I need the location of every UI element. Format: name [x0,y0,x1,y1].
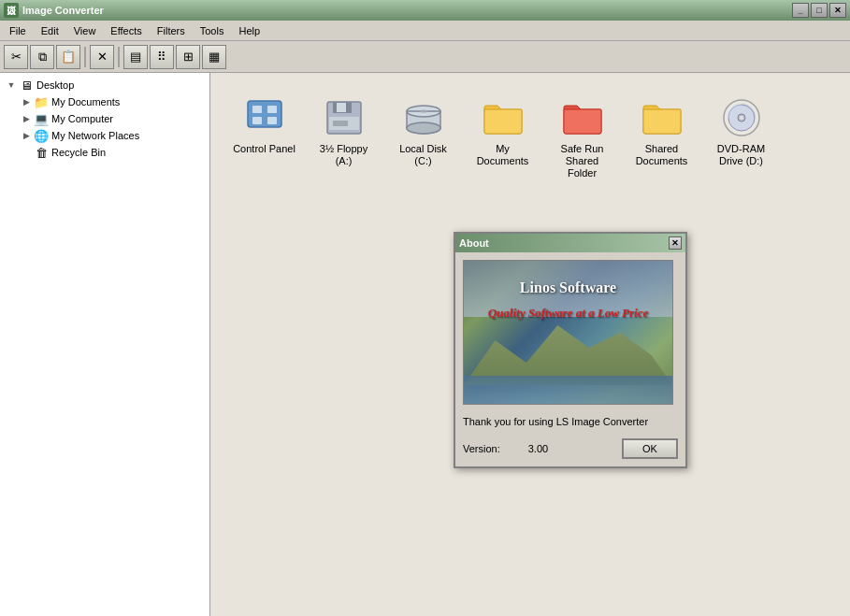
icon-shared-documents[interactable]: Shared Documents [627,92,697,184]
my-documents-icon: 📁 [34,94,49,109]
dvd-ram-icon [719,95,764,140]
toolbar-sep2 [118,47,120,67]
toolbar-delete[interactable]: ✕ [90,45,114,69]
about-image: Linos Software Quality Software at a Low… [463,260,673,405]
shared-documents-icon [640,95,684,140]
tree-desktop[interactable]: ▼ 🖥 Desktop [4,77,206,93]
main-area: ▼ 🖥 Desktop ▶ 📁 My Documents ▶ 💻 My Comp… [0,73,850,616]
dialog-close-button[interactable]: ✕ [669,236,682,250]
tree-network-label: My Network Places [51,130,139,141]
app-icon: 🖼 [4,3,19,18]
ok-button[interactable]: OK [622,438,678,459]
icon-local-disk[interactable]: Local Disk (C:) [388,92,458,184]
svg-rect-2 [267,106,277,113]
my-computer-icon: 💻 [34,111,49,126]
svg-rect-4 [267,117,277,124]
about-dialog: About ✕ Linos Software Quality Software … [454,232,687,468]
close-button[interactable]: ✕ [829,3,846,18]
icon-my-documents[interactable]: My Documents [468,92,538,184]
tree-my-documents[interactable]: ▶ 📁 My Documents [19,93,206,110]
right-panel: Control Panel 3½ Floppy (A:) [210,73,850,616]
about-software-name: Linos Software [464,279,672,296]
tree-mycomputer-label: My Computer [51,113,113,124]
tree-my-network[interactable]: ▶ 🌐 My Network Places [19,127,206,144]
dialog-title-bar: About ✕ [455,234,685,252]
tree-recycle-bin[interactable]: ▶ 🗑 Recycle Bin [19,144,206,161]
menu-view[interactable]: View [66,23,104,38]
menu-filters[interactable]: Filters [150,23,193,38]
tree-desktop-children: ▶ 📁 My Documents ▶ 💻 My Computer ▶ 🌐 My … [4,93,206,161]
toolbar-paste[interactable]: 📋 [56,45,80,69]
svg-rect-3 [252,117,262,124]
toolbar-btn5[interactable]: ▤ [123,45,148,69]
tree-expand-mydocs[interactable]: ▶ [19,94,34,109]
svg-point-14 [407,122,440,134]
menu-tools[interactable]: Tools [193,23,232,38]
icon-floppy[interactable]: 3½ Floppy (A:) [309,92,379,184]
menu-help[interactable]: Help [231,23,267,38]
window-controls: _ □ ✕ [792,3,846,18]
network-places-icon: 🌐 [34,128,49,143]
icon-dvd-ram[interactable]: DVD-RAM Drive (D:) [706,92,776,184]
toolbar-cut[interactable]: ✂ [4,45,28,69]
local-disk-icon [401,95,446,140]
safe-run-icon [560,95,605,140]
toolbar: ✂ ⧉ 📋 ✕ ▤ ⠿ ⊞ ▦ [0,41,850,73]
floppy-label: 3½ Floppy (A:) [312,143,375,167]
menu-file[interactable]: File [2,23,34,38]
mountain-decoration [464,310,672,385]
toolbar-btn8[interactable]: ▦ [202,45,226,69]
control-panel-label: Control Panel [233,143,295,155]
toolbar-copy[interactable]: ⧉ [30,45,54,69]
safe-run-label: Safe Run Shared Folder [551,143,613,180]
svg-point-15 [420,110,427,113]
tree-expand-mycomputer[interactable]: ▶ [19,111,34,126]
my-documents-folder-icon [481,95,526,140]
tree-expand-network[interactable]: ▶ [19,128,34,143]
my-documents-label: My Documents [471,143,534,167]
version-value: 3.00 [528,443,622,454]
icon-safe-run[interactable]: Safe Run Shared Folder [547,92,617,184]
window-title: Image Converter [22,5,792,16]
shared-documents-label: Shared Documents [636,143,688,167]
about-tagline: Quality Software at a Low Price [464,306,672,321]
title-bar: 🖼 Image Converter _ □ ✕ [0,0,850,21]
svg-rect-9 [333,121,348,126]
desktop-icon-tree: 🖥 [19,78,34,93]
tree-panel: ▼ 🖥 Desktop ▶ 📁 My Documents ▶ 💻 My Comp… [0,73,210,616]
icon-control-panel[interactable]: Control Panel [229,92,299,184]
maximize-button[interactable]: □ [811,3,828,18]
dialog-title-text: About [459,237,669,249]
tree-my-computer[interactable]: ▶ 💻 My Computer [19,110,206,127]
dvd-ram-label: DVD-RAM Drive (D:) [717,143,765,167]
dialog-body: Linos Software Quality Software at a Low… [455,252,685,466]
toolbar-sep1 [84,47,86,67]
minimize-button[interactable]: _ [792,3,809,18]
floppy-drive-icon [322,95,367,140]
toolbar-btn6[interactable]: ⠿ [150,45,174,69]
tree-expand-desktop[interactable]: ▼ [4,78,19,93]
menu-edit[interactable]: Edit [34,23,66,38]
svg-rect-7 [337,103,346,112]
svg-rect-1 [252,106,262,113]
about-thank-you: Thank you for using LS Image Converter [463,412,678,431]
version-row: Version: 3.00 OK [463,438,678,459]
tree-recycle-label: Recycle Bin [51,147,106,158]
menu-bar: File Edit View Effects Filters Tools Hel… [0,21,850,41]
tree-mydocs-label: My Documents [51,96,120,107]
version-label: Version: [463,443,500,454]
recycle-bin-icon: 🗑 [34,145,49,160]
menu-effects[interactable]: Effects [103,23,149,38]
svg-point-19 [740,116,743,120]
water-decoration [464,376,672,404]
tree-desktop-label: Desktop [36,79,74,91]
toolbar-btn7[interactable]: ⊞ [176,45,200,69]
icons-area: Control Panel 3½ Floppy (A:) [220,82,841,193]
local-disk-label: Local Disk (C:) [392,143,454,167]
control-panel-icon [242,95,287,140]
